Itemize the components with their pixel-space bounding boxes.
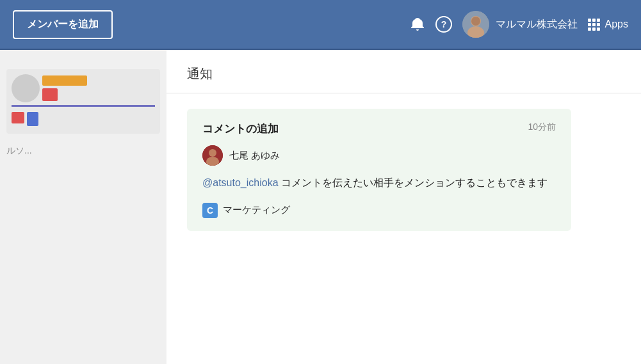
content-header: 通知 xyxy=(166,50,641,93)
bar-red xyxy=(42,88,58,101)
tag-icon: C xyxy=(202,203,218,218)
notification-type: コメントの追加 xyxy=(202,122,279,136)
main-container: ルソ... 通知 コメントの追加 10分前 xyxy=(0,50,641,364)
tag-label: マーケティング xyxy=(223,204,290,216)
bar-blue-small xyxy=(27,112,38,126)
user-profile[interactable]: マルマル株式会社 xyxy=(462,11,578,38)
chart-separator xyxy=(12,105,155,107)
apps-button[interactable]: Apps xyxy=(588,19,628,31)
sidebar-chart xyxy=(6,69,160,134)
bar-orange xyxy=(42,75,87,86)
notification-tag[interactable]: C マーケティング xyxy=(202,203,556,218)
help-icon[interactable]: ? xyxy=(435,16,452,33)
content-panel: 通知 コメントの追加 10分前 七尾 あゆみ xyxy=(166,50,641,364)
avatar xyxy=(462,11,489,38)
company-name: マルマル株式会社 xyxy=(496,18,578,31)
chart-circle xyxy=(12,74,40,102)
notification-user: 七尾 あゆみ xyxy=(202,145,556,166)
apps-label: Apps xyxy=(605,19,628,30)
notification-message: @atsuto_ichioka コメントを伝えたい相手をメンションすることもでき… xyxy=(202,175,556,191)
mention-text: @atsuto_ichioka xyxy=(202,177,279,188)
user-name: 七尾 あゆみ xyxy=(229,150,280,162)
bar-red-small xyxy=(12,112,24,123)
user-avatar xyxy=(202,145,223,166)
add-member-button[interactable]: メンバーを追加 xyxy=(13,10,113,39)
sidebar-bottom-text: ルソ... xyxy=(0,140,166,162)
message-suffix: コメントを伝えたい相手をメンションすることもできます xyxy=(279,177,548,188)
bell-icon[interactable] xyxy=(410,17,425,32)
notification-header: コメントの追加 10分前 xyxy=(202,122,556,136)
notification-card: コメントの追加 10分前 七尾 あゆみ @atsuto_ichioka コメン xyxy=(187,109,571,231)
svg-text:?: ? xyxy=(441,19,446,29)
page-title: 通知 xyxy=(187,65,621,83)
apps-grid-icon xyxy=(588,19,600,31)
svg-point-7 xyxy=(209,149,216,157)
header: メンバーを追加 ? マルマル株式会社 xyxy=(0,0,641,50)
notification-time: 10分前 xyxy=(528,122,556,133)
svg-point-5 xyxy=(471,17,480,26)
sidebar: ルソ... xyxy=(0,50,166,364)
content-body: コメントの追加 10分前 七尾 あゆみ @atsuto_ichioka コメン xyxy=(166,93,641,364)
